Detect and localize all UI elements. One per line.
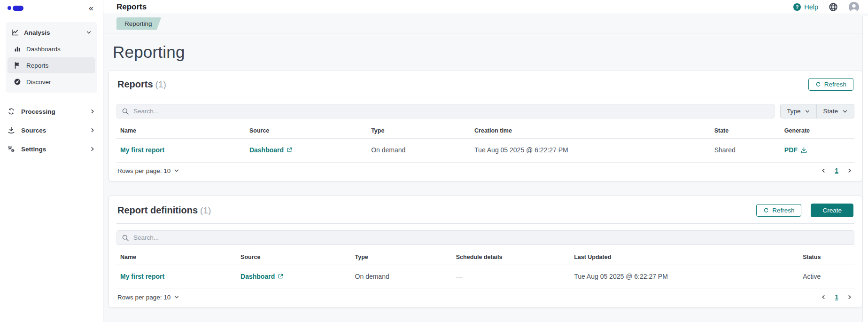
reports-search-input[interactable] [133, 108, 769, 115]
definitions-panel: Report definitions(1) Refresh Create [108, 196, 862, 308]
chevron-down-icon [174, 294, 179, 300]
refresh-label: Refresh [772, 207, 794, 214]
report-source-text: Dashboard [249, 146, 284, 154]
app-logo[interactable] [8, 6, 23, 11]
column-header-creation-time: Creation time [471, 123, 711, 139]
reports-panel-actions: Refresh [808, 78, 853, 91]
chevron-right-icon [90, 109, 95, 114]
header-controls: ? Help [793, 1, 860, 13]
report-type-cell: On demand [367, 139, 471, 163]
scrollbar[interactable] [862, 16, 868, 322]
reports-panel-header: Reports(1) Refresh [116, 77, 854, 97]
sidebar-item-processing[interactable]: Processing [0, 102, 103, 121]
definitions-table-header-row: Name Source Type Schedule details Last U… [116, 250, 854, 265]
help-button[interactable]: ? Help [793, 3, 818, 11]
sidebar-item-label: Reports [26, 62, 48, 69]
next-page-button[interactable] [846, 293, 853, 301]
logo-pill [13, 6, 23, 11]
reports-panel-title: Reports(1) [117, 79, 166, 90]
app-root: « Analysis Dashboards [0, 0, 868, 322]
flag-icon [14, 62, 21, 69]
type-filter-label: Type [787, 108, 800, 115]
previous-page-button[interactable] [820, 167, 827, 174]
rows-per-page-button[interactable]: Rows per page: 10 [117, 294, 179, 301]
table-row: My first report Dashboard [116, 265, 854, 289]
definition-type-cell: On demand [351, 265, 452, 289]
reports-table: Name Source Type Creation time State Gen… [116, 123, 854, 163]
chevron-down-icon [805, 109, 810, 114]
sidebar-item-settings[interactable]: Settings [0, 140, 103, 158]
chevron-down-icon [174, 168, 179, 173]
logo-dot [8, 6, 11, 10]
top-header: Reports ? Help [103, 0, 868, 14]
page-number-button[interactable]: 1 [835, 293, 838, 301]
sidebar-item-sources[interactable]: Sources [0, 121, 103, 140]
definitions-count: (1) [200, 205, 211, 215]
definitions-search-input[interactable] [133, 234, 849, 241]
report-name-text: My first report [120, 146, 164, 154]
main-content: Reporting Reports(1) Refresh [103, 33, 868, 322]
state-filter-button[interactable]: State [816, 104, 854, 118]
sidebar-item-analysis[interactable]: Analysis [8, 24, 95, 40]
sidebar-collapse-icon[interactable]: « [87, 3, 95, 13]
sidebar-item-label: Processing [21, 108, 55, 115]
definition-status-cell: Active [799, 265, 854, 289]
globe-icon [829, 2, 838, 12]
search-icon [122, 108, 129, 115]
bar-chart-icon [14, 45, 21, 53]
previous-page-button[interactable] [820, 293, 827, 301]
definition-name-link[interactable]: My first report [120, 273, 164, 280]
refresh-icon [815, 82, 821, 87]
reports-title-text: Reports [117, 79, 153, 89]
refresh-label: Refresh [824, 81, 846, 88]
column-header-source: Source [246, 123, 367, 139]
sidebar-item-dashboards[interactable]: Dashboards [8, 41, 95, 57]
create-button[interactable]: Create [811, 204, 853, 217]
definitions-refresh-button[interactable]: Refresh [756, 204, 801, 217]
page-title: Reporting [113, 43, 862, 62]
sidebar-item-discover[interactable]: Discover [8, 74, 95, 90]
generate-pdf-link[interactable]: PDF [784, 146, 807, 154]
sidebar-item-label: Sources [21, 127, 46, 134]
sidebar-item-label: Discover [26, 79, 51, 86]
chevron-right-icon [90, 127, 95, 133]
definitions-table: Name Source Type Schedule details Last U… [116, 250, 854, 289]
globe-button[interactable] [829, 2, 838, 12]
external-link-icon [287, 147, 292, 153]
definition-last-updated-cell: Tue Aug 05 2025 @ 6:22:27 PM [570, 265, 799, 289]
help-label: Help [804, 3, 818, 11]
type-filter-button[interactable]: Type [781, 104, 816, 118]
report-name-link[interactable]: My first report [120, 146, 164, 154]
definition-name-text: My first report [120, 273, 164, 280]
report-source-link[interactable]: Dashboard [249, 146, 292, 154]
report-state-cell: Shared [711, 139, 781, 163]
help-icon: ? [793, 3, 801, 11]
download-icon [800, 147, 807, 154]
next-page-button[interactable] [846, 167, 853, 174]
column-header-name: Name [116, 250, 237, 265]
definitions-panel-title: Report definitions(1) [117, 205, 211, 216]
sidebar: « Analysis Dashboards [0, 0, 103, 322]
user-avatar[interactable] [848, 1, 860, 13]
create-label: Create [822, 207, 842, 214]
reports-refresh-button[interactable]: Refresh [808, 78, 853, 91]
chevron-down-icon [86, 30, 92, 35]
page-header-title: Reports [116, 2, 147, 12]
compass-icon [14, 78, 21, 86]
rows-per-page-button[interactable]: Rows per page: 10 [117, 167, 179, 174]
search-icon [122, 234, 129, 242]
definition-schedule-cell: — [452, 265, 570, 289]
definitions-title-text: Report definitions [117, 205, 198, 215]
definition-source-text: Dashboard [240, 273, 275, 280]
column-header-last-updated: Last Updated [570, 250, 799, 265]
sidebar-item-label: Settings [21, 146, 46, 153]
column-header-generate: Generate [781, 123, 854, 139]
page-number-button[interactable]: 1 [835, 167, 838, 174]
sidebar-item-label: Dashboards [26, 46, 61, 53]
sidebar-item-reports[interactable]: Reports [8, 57, 95, 73]
avatar-icon [848, 1, 860, 13]
chevron-left-icon [821, 168, 826, 173]
breadcrumb[interactable]: Reporting [116, 17, 162, 30]
line-chart-icon [11, 29, 19, 36]
definition-source-link[interactable]: Dashboard [240, 273, 283, 280]
